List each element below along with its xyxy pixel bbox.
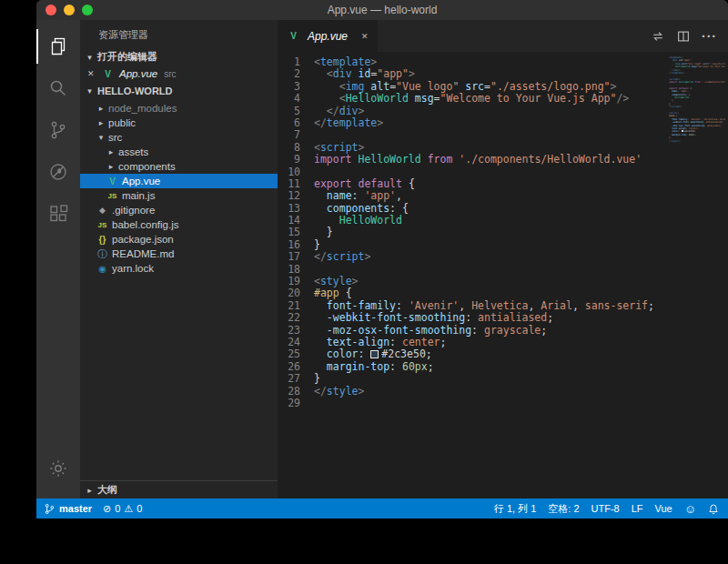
tree-item-babel.config.js[interactable]: JSbabel.config.js <box>80 217 278 232</box>
open-editors-label: 打开的编辑器 <box>97 50 157 64</box>
line-number: 23 <box>278 325 300 337</box>
tree-item-label: .gitignore <box>112 205 155 216</box>
line-number: 16 <box>278 239 300 251</box>
problems-indicator[interactable]: ⊘ 0 ⚠ 0 <box>103 503 142 515</box>
code-line: </template> <box>314 117 728 129</box>
tree-item-label: main.js <box>122 190 155 201</box>
line-number: 1 <box>278 56 300 68</box>
explorer-sidebar: 资源管理器 ▾ 打开的编辑器 ✕ V App.vue src ▾ HELLO-W… <box>80 20 278 499</box>
tree-item-node_modules[interactable]: ▸node_modules <box>80 101 278 116</box>
line-number: 8 <box>278 142 300 154</box>
code-line <box>314 166 728 178</box>
project-root-header[interactable]: ▾ HELLO-WORLD <box>80 82 278 99</box>
tree-item-App.vue[interactable]: VApp.vue <box>80 174 278 188</box>
settings-button[interactable] <box>36 448 80 489</box>
chevron-right-icon: ▸ <box>96 118 106 127</box>
minimize-window-button[interactable] <box>64 5 75 15</box>
line-number: 13 <box>278 203 300 215</box>
open-editor-item[interactable]: ✕ V App.vue src <box>80 65 278 82</box>
code-content[interactable]: <template> <div id="app"> <img alt="Vue … <box>314 56 728 499</box>
tree-item-README.md[interactable]: ⓘREADME.md <box>80 247 278 261</box>
tree-item-label: package.json <box>112 234 174 245</box>
line-number: 5 <box>278 106 300 117</box>
split-editor-icon[interactable] <box>676 29 691 44</box>
tree-item-label: public <box>108 117 136 128</box>
activity-source-control-button[interactable] <box>36 109 80 151</box>
tree-item-assets[interactable]: ▸assets <box>80 145 278 159</box>
outline-section[interactable]: ▸ 大纲 <box>80 480 278 499</box>
close-editor-icon[interactable]: ✕ <box>87 69 101 78</box>
code-line: <template> <box>314 56 728 68</box>
code-line: <style> <box>314 276 728 287</box>
code-line: font-family: 'Avenir', Helvetica, Arial,… <box>314 300 728 312</box>
minimap[interactable]: <template> <div id="app"> <img alt="Vue … <box>669 56 725 146</box>
tree-item-package.json[interactable]: {}package.json <box>80 232 278 247</box>
code-line: </div> <box>314 106 728 117</box>
line-number: 15 <box>278 227 300 238</box>
code-line: <HelloWorld msg="Welcome to Your Vue.js … <box>314 93 728 105</box>
color-swatch[interactable] <box>682 130 683 132</box>
language-mode[interactable]: Vue <box>655 503 672 514</box>
code-editor[interactable]: 1234567891011121314151617181920212223242… <box>278 52 728 499</box>
code-line: } <box>314 239 728 251</box>
code-line: } <box>314 373 728 385</box>
branch-indicator[interactable]: master <box>44 503 92 515</box>
warnings-icon: ⚠ <box>124 503 133 515</box>
tree-item-label: README.md <box>112 248 174 259</box>
tree-item-label: node_modules <box>108 103 177 114</box>
code-line: <script> <box>314 142 728 154</box>
tree-item-main.js[interactable]: JSmain.js <box>80 188 278 203</box>
chevron-down-icon: ▾ <box>96 133 106 142</box>
close-tab-icon[interactable]: ✕ <box>361 32 369 41</box>
code-line <box>314 264 728 276</box>
code-line: margin-top: 60px; <box>314 361 728 373</box>
activity-search-button[interactable] <box>36 67 80 109</box>
activity-extensions-button[interactable] <box>36 193 80 235</box>
line-number: 2 <box>278 68 300 80</box>
tab-app-vue[interactable]: V App.vue ✕ <box>278 20 378 52</box>
eol-indicator[interactable]: LF <box>632 503 643 514</box>
code-line: <div id="app"> <box>314 68 728 80</box>
open-editors-header[interactable]: ▾ 打开的编辑器 <box>80 48 278 65</box>
tree-item-label: components <box>118 161 176 172</box>
open-editor-filename: App.vue <box>119 68 157 79</box>
chevron-down-icon: ▾ <box>84 86 96 96</box>
title-bar: App.vue — hello-world <box>36 0 728 20</box>
close-window-button[interactable] <box>46 5 56 15</box>
code-line: } <box>314 227 728 238</box>
feedback-smiley-icon[interactable]: ☺ <box>684 502 696 516</box>
code-line: -moz-osx-font-smoothing: grayscale; <box>314 325 728 337</box>
activity-explorer-button[interactable] <box>36 25 80 67</box>
line-number: 17 <box>278 251 300 263</box>
tree-item-.gitignore[interactable]: ◆.gitignore <box>80 203 278 217</box>
line-numbers: 1234567891011121314151617181920212223242… <box>278 56 310 499</box>
tree-item-src[interactable]: ▾src <box>80 130 278 145</box>
notifications-bell-icon[interactable] <box>708 503 719 515</box>
line-number: 24 <box>278 337 300 348</box>
code-line: color: #2c3e50; <box>314 348 728 360</box>
tab-bar: V App.vue ✕ ··· <box>278 20 728 52</box>
vue-file-icon: V <box>106 176 119 186</box>
sync-icon[interactable] <box>651 29 665 44</box>
code-line: import HelloWorld from './components/Hel… <box>669 81 725 84</box>
cursor-position[interactable]: 行 1, 列 1 <box>494 502 536 516</box>
zoom-window-button[interactable] <box>82 5 93 15</box>
color-swatch[interactable] <box>370 350 379 358</box>
tree-item-public[interactable]: ▸public <box>80 116 278 130</box>
code-line <box>314 398 728 409</box>
chevron-down-icon: ▾ <box>84 53 96 62</box>
line-number: 26 <box>278 361 300 373</box>
git-branch-icon <box>44 503 56 515</box>
encoding-indicator[interactable]: UTF-8 <box>592 503 620 514</box>
tree-item-components[interactable]: ▸components <box>80 159 278 174</box>
activity-debug-button[interactable] <box>36 151 80 193</box>
more-actions-icon[interactable]: ··· <box>702 29 717 44</box>
indentation-indicator[interactable]: 空格: 2 <box>548 502 579 516</box>
chevron-right-icon: ▸ <box>96 104 106 113</box>
code-line: HelloWorld <box>314 215 728 227</box>
vscode-window: App.vue — hello-world <box>36 0 728 519</box>
tree-item-yarn.lock[interactable]: ◉yarn.lock <box>80 261 278 276</box>
errors-icon: ⊘ <box>103 503 111 515</box>
line-number: 18 <box>278 264 300 276</box>
editor-actions: ··· <box>651 20 728 52</box>
